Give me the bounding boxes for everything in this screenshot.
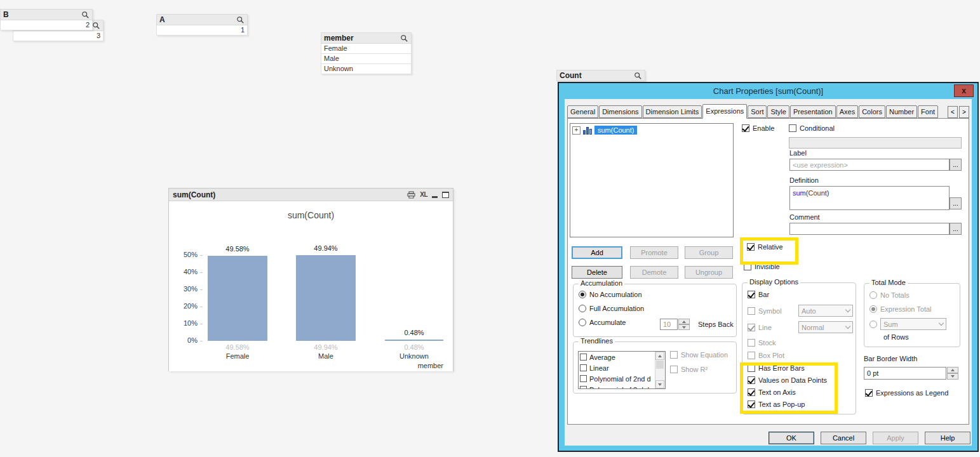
search-icon[interactable] [92,22,100,30]
listbox-member-header[interactable]: member [321,32,412,44]
tab-expressions[interactable]: Expressions [702,104,747,119]
tab-style[interactable]: Style [767,105,789,118]
radio-icon[interactable] [579,319,586,326]
ok-button[interactable]: OK [769,432,814,444]
radio-accumulate[interactable]: Accumulate [579,319,626,326]
search-icon[interactable] [400,34,408,43]
checkbox-icon[interactable] [748,324,755,331]
listbox-count[interactable]: Count [556,70,645,81]
checkbox-expressions-as-legend[interactable]: Expressions as Legend [865,389,948,397]
checkbox-icon[interactable] [670,351,678,359]
tab-colors[interactable]: Colors [859,105,885,118]
dropdown-auto[interactable]: Auto [798,305,853,317]
radio-icon[interactable] [869,305,877,313]
checkbox-conditional[interactable]: Conditional [789,124,835,132]
tab-presentation[interactable]: Presentation [790,105,836,118]
dropdown-sum[interactable]: Sum [880,318,946,330]
tab-general[interactable]: General [567,105,598,118]
tab-axes[interactable]: Axes [836,105,858,118]
checkbox-icon[interactable] [748,352,755,359]
comment-input[interactable] [789,223,950,235]
bar-border-width-value[interactable]: 0 pt [864,367,946,380]
list-item[interactable]: Female [321,44,412,54]
definition-browse-button[interactable]: ... [950,197,962,209]
checkbox-icon[interactable] [580,386,587,389]
checkbox-icon[interactable] [742,124,749,132]
bar-male[interactable] [296,255,356,341]
definition-input[interactable]: sum(Count) [789,186,950,210]
spin-up-icon[interactable] [947,367,958,373]
listbox-a-header[interactable]: A [156,14,248,25]
scroll-up-icon[interactable] [655,352,664,360]
listbox-a[interactable]: A 1 [156,14,248,36]
checkbox-icon[interactable] [865,389,873,397]
checkbox-icon[interactable] [748,376,755,384]
maximize-icon[interactable] [442,192,449,198]
expand-icon[interactable] [572,126,581,135]
dropdown-normal[interactable]: Normal [798,321,853,333]
list-item[interactable]: 2 [0,20,93,30]
export-excel-icon[interactable]: XL [420,191,427,198]
tab-dimension-limits[interactable]: Dimension Limits [643,105,702,118]
scrollbar[interactable] [655,352,665,388]
checkbox-stock[interactable]: Stock [748,339,776,347]
search-icon[interactable] [236,16,245,24]
checkbox-icon[interactable] [748,364,755,372]
radio-no-totals[interactable]: No Totals [869,291,910,299]
checkbox-relative[interactable]: Relative [747,243,783,251]
trendline-polynomial-of-3rd-d[interactable]: Polynomial of 3rd d [579,384,665,389]
expression-item-label[interactable]: sum(Count) [594,126,637,135]
close-icon[interactable]: x [954,84,974,97]
checkbox-icon[interactable] [748,339,755,347]
checkbox-icon[interactable] [580,354,587,361]
radio-icon[interactable] [869,291,877,299]
radio-icon[interactable] [579,291,586,298]
expression-item[interactable]: sum(Count) [570,124,733,136]
list-item[interactable]: 1 [156,25,248,36]
checkbox-icon[interactable] [580,364,587,371]
tab-dimensions[interactable]: Dimensions [599,105,641,118]
list-item[interactable]: Unknown [321,64,412,74]
checkbox-line[interactable]: Line [748,324,772,331]
listbox-b-header[interactable]: B [0,9,93,20]
list-item[interactable]: Male [321,54,412,64]
cancel-button[interactable]: Cancel [821,432,866,444]
radio-full-accumulation[interactable]: Full Accumulation [579,305,644,312]
label-browse-button[interactable]: ... [950,159,962,171]
chart-window-caption[interactable]: sum(Count) XL [169,189,453,201]
checkbox-icon[interactable] [670,366,678,373]
checkbox-invisible[interactable]: Invisible [744,263,780,270]
comment-browse-button[interactable]: ... [950,223,962,235]
radio-icon[interactable] [579,305,586,312]
checkbox-symbol[interactable]: Symbol [748,307,782,315]
expression-list[interactable]: sum(Count) [570,123,734,237]
steps-back-spinner[interactable]: 10 [660,319,690,330]
scrollbar-thumb[interactable] [656,361,664,369]
scroll-down-icon[interactable] [655,380,664,388]
tab-number[interactable]: Number [886,105,917,118]
tab-scroll-left-icon[interactable]: < [948,106,958,118]
radio-no-accumulation[interactable]: No Accumulation [579,291,642,298]
checkbox-icon[interactable] [748,401,755,408]
checkbox-box-plot[interactable]: Box Plot [748,352,784,359]
trendline-linear[interactable]: Linear [579,362,665,373]
spin-down-icon[interactable] [947,373,958,380]
minimize-icon[interactable] [432,196,438,198]
checkbox-icon[interactable] [789,124,796,132]
listbox-count-header[interactable]: Count [556,70,645,81]
spin-up-icon[interactable] [678,319,690,324]
radio-option[interactable] [869,321,877,328]
checkbox-icon[interactable] [748,307,755,315]
checkbox-icon[interactable] [580,375,587,382]
bar-chart[interactable]: sum(Count)50%40%30%20%10%0%49.58%49.58%F… [169,201,453,371]
bar-unknown[interactable] [385,340,443,341]
print-icon[interactable] [407,191,415,199]
trendline-average[interactable]: Average [579,352,665,362]
trendlines-list[interactable]: AverageLinearPolynomial of 2nd dPolynomi… [578,351,666,389]
bar-female[interactable] [208,256,267,341]
trendline-polynomial-of-2nd-d[interactable]: Polynomial of 2nd d [579,373,665,384]
listbox-member[interactable]: member FemaleMaleUnknown [321,32,412,74]
radio-expression-total[interactable]: Expression Total [869,305,932,313]
checkbox-text-as-pop-up[interactable]: Text as Pop-up [748,401,805,408]
conditional-input[interactable] [789,137,962,149]
